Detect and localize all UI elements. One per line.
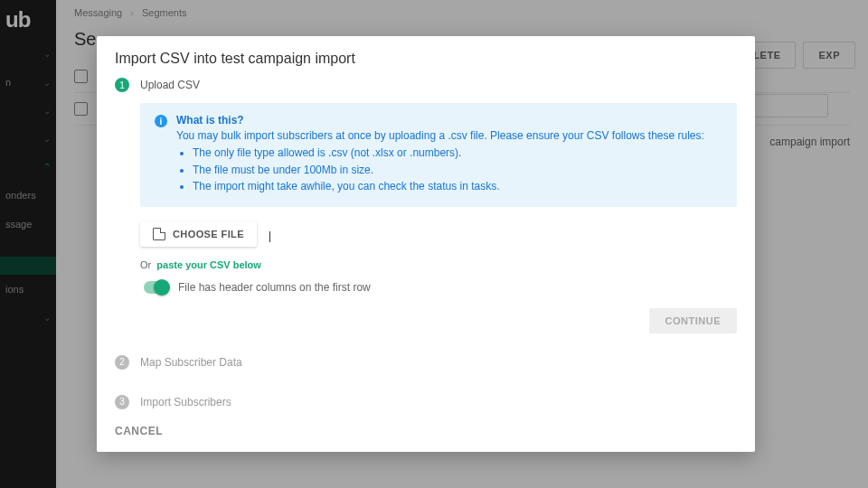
step-3-header: 3 Import Subscribers (115, 395, 737, 409)
header-row-toggle-row: File has header columns on the first row (144, 281, 737, 294)
step-number-badge: 1 (115, 78, 129, 92)
toggle-label: File has header columns on the first row (178, 281, 371, 294)
step-label: Map Subscriber Data (140, 356, 242, 369)
later-steps: 2 Map Subscriber Data 3 Import Subscribe… (115, 355, 737, 409)
continue-row: CONTINUE (140, 308, 737, 333)
info-bullet: The import might take awhile, you can ch… (193, 179, 704, 194)
info-text: You may bulk import subscribers at once … (176, 128, 704, 195)
import-csv-modal: Import CSV into test campaign import 1 U… (97, 36, 755, 452)
choose-file-row: CHOOSE FILE (140, 221, 737, 247)
step-label: Upload CSV (140, 79, 200, 91)
info-intro: You may bulk import subscribers at once … (176, 129, 704, 142)
choose-file-button[interactable]: CHOOSE FILE (140, 221, 257, 247)
modal-body: 1 Upload CSV i What is this? You may bul… (97, 78, 755, 413)
app-root: ub ⌄ n⌄ ⌄ ⌄ ⌃ onders ssage ions ⌄ Messag… (0, 0, 868, 488)
info-content: What is this? You may bulk import subscr… (176, 114, 704, 196)
modal-title: Import CSV into test campaign import (97, 36, 755, 78)
continue-button[interactable]: CONTINUE (649, 308, 737, 333)
step-label: Import Subscribers (140, 396, 231, 408)
or-text: Or (140, 259, 151, 270)
toggle-knob (154, 279, 170, 296)
file-icon (153, 228, 165, 240)
info-title: What is this? (176, 114, 704, 127)
info-icon: i (155, 115, 167, 127)
paste-csv-link[interactable]: paste your CSV below (156, 259, 261, 270)
or-row: Or paste your CSV below (140, 259, 737, 270)
info-bullet-list: The only file type allowed is .csv (not … (193, 145, 704, 194)
step-2-header: 2 Map Subscriber Data (115, 355, 737, 370)
choose-file-label: CHOOSE FILE (173, 229, 244, 239)
info-bullet: The only file type allowed is .csv (not … (193, 145, 704, 161)
info-bullet: The file must be under 100Mb in size. (193, 163, 704, 178)
cancel-button[interactable]: CANCEL (115, 425, 163, 437)
step-number-badge: 3 (115, 395, 129, 409)
modal-footer: CANCEL (97, 413, 755, 452)
step-1-header: 1 Upload CSV (115, 78, 737, 92)
info-box: i What is this? You may bulk import subs… (140, 103, 737, 207)
header-row-toggle[interactable] (144, 281, 169, 294)
step-number-badge: 2 (115, 355, 129, 370)
step-1-content: i What is this? You may bulk import subs… (140, 103, 737, 333)
text-caret (269, 231, 270, 242)
